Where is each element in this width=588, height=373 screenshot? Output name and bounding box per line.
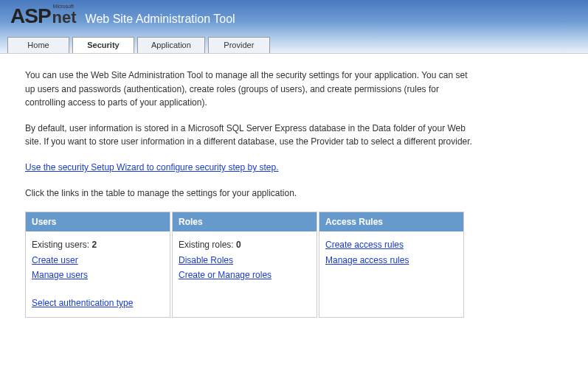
existing-roles-label: Existing roles:: [179, 240, 236, 250]
create-user-link[interactable]: Create user: [32, 253, 164, 268]
existing-users-count: 2: [91, 240, 97, 250]
users-header: Users: [26, 212, 170, 231]
tab-home[interactable]: Home: [7, 37, 69, 53]
logo-asp: ASP: [10, 4, 51, 28]
manage-roles-link[interactable]: Create or Manage roles: [179, 268, 311, 282]
settings-table: Users Existing users: 2 Create user Mana…: [25, 212, 464, 318]
header: ASP Microsoft net Web Site Administratio…: [0, 0, 588, 53]
content-area: You can use the Web Site Administration …: [0, 53, 588, 332]
logo-block: ASP Microsoft net Web Site Administratio…: [10, 4, 235, 28]
access-header: Access Rules: [319, 212, 463, 231]
intro-paragraph-2: By default, user information is stored i…: [25, 122, 475, 149]
spacer: [32, 282, 164, 296]
existing-roles-row: Existing roles: 0: [179, 237, 311, 252]
roles-column: Roles Existing roles: 0 Disable Roles Cr…: [172, 212, 317, 318]
users-body: Existing users: 2 Create user Manage use…: [26, 231, 170, 317]
roles-body: Existing roles: 0 Disable Roles Create o…: [173, 231, 317, 302]
manage-access-link[interactable]: Manage access rules: [325, 253, 457, 268]
tab-provider[interactable]: Provider: [208, 37, 270, 53]
table-intro: Click the links in the table to manage t…: [25, 186, 475, 201]
disable-roles-link[interactable]: Disable Roles: [179, 253, 311, 268]
logo-net: Microsoft net: [52, 8, 77, 27]
existing-users-row: Existing users: 2: [32, 237, 164, 252]
create-access-link[interactable]: Create access rules: [325, 237, 457, 252]
existing-roles-count: 0: [236, 240, 241, 250]
select-auth-link[interactable]: Select authentication type: [32, 296, 164, 310]
tab-application[interactable]: Application: [137, 37, 205, 53]
wizard-link[interactable]: Use the security Setup Wizard to configu…: [25, 162, 279, 172]
tab-bar: Home Security Application Provider: [7, 37, 270, 53]
access-body: Create access rules Manage access rules: [319, 231, 463, 302]
manage-users-link[interactable]: Manage users: [32, 268, 164, 282]
existing-users-label: Existing users:: [32, 240, 91, 250]
tab-security[interactable]: Security: [72, 37, 134, 53]
logo-net-text: net: [52, 8, 77, 27]
users-column: Users Existing users: 2 Create user Mana…: [25, 212, 170, 318]
page-title: Web Site Administration Tool: [86, 13, 235, 26]
asp-net-logo: ASP Microsoft net: [10, 4, 77, 28]
roles-header: Roles: [173, 212, 317, 231]
intro-paragraph-1: You can use the Web Site Administration …: [25, 69, 475, 110]
access-column: Access Rules Create access rules Manage …: [319, 212, 464, 318]
logo-microsoft: Microsoft: [53, 4, 74, 9]
